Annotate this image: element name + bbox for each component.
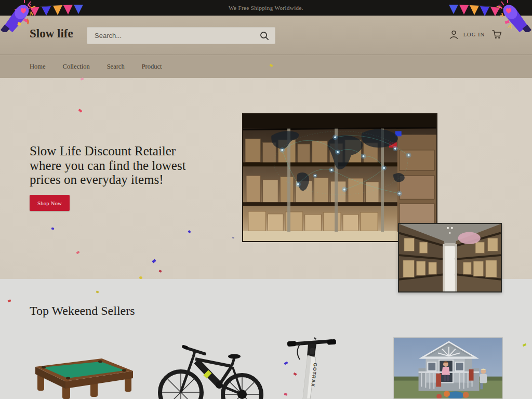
- product-scooter[interactable]: GOTRAX: [283, 336, 340, 399]
- page: We Free Shipping Worldwide. S A: [0, 0, 532, 399]
- cart-icon[interactable]: [491, 29, 502, 40]
- hero-headline-line: prices on everyday items!: [30, 172, 248, 187]
- product-playhouse[interactable]: [393, 337, 503, 399]
- announcement-bar: We Free Shipping Worldwide.: [0, 0, 532, 16]
- account-icon[interactable]: [449, 30, 459, 39]
- hero-headline-line: where you can find the lowest: [30, 158, 248, 173]
- header: Slow life LOG IN: [0, 16, 532, 55]
- nav-item-product[interactable]: Product: [142, 63, 162, 71]
- logo[interactable]: Slow life: [30, 27, 73, 41]
- section-title: Top Wekeend Sellers: [30, 304, 135, 318]
- warehouse-aisle-image: [398, 223, 502, 292]
- search-bar[interactable]: [87, 27, 275, 44]
- hero-headline-line: Slow Life Discount Retailer: [30, 144, 248, 158]
- main-nav: Home Collection Search Product: [0, 55, 532, 78]
- account-area: LOG IN: [449, 29, 502, 40]
- product-pool-table[interactable]: [29, 357, 139, 399]
- search-input[interactable]: [94, 31, 259, 40]
- announcement-text: We Free Shipping Worldwide.: [229, 5, 303, 11]
- shop-now-button[interactable]: Shop Now: [30, 195, 70, 211]
- nav-item-home[interactable]: Home: [30, 63, 46, 71]
- product-electric-bike[interactable]: [154, 340, 264, 399]
- nav-item-search[interactable]: Search: [107, 63, 125, 71]
- login-link[interactable]: LOG IN: [463, 32, 485, 37]
- hero-headline: Slow Life Discount Retailer where you ca…: [30, 144, 248, 187]
- search-icon[interactable]: [259, 31, 270, 41]
- nav-item-collection[interactable]: Collection: [63, 63, 90, 71]
